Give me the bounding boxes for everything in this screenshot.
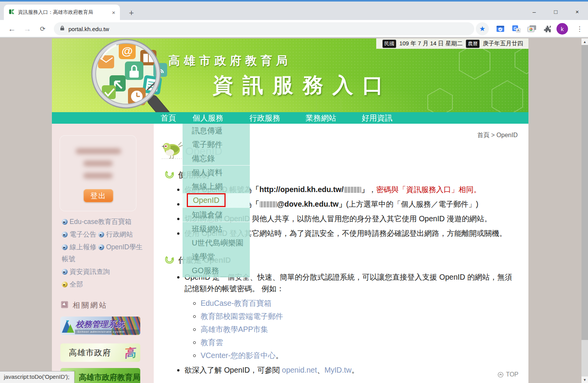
shield-extension-icon[interactable] <box>495 23 506 34</box>
arrow-bullet-icon <box>62 219 68 225</box>
arrow-bullet-icon <box>62 244 68 250</box>
school-admin-system-subtitle: School administrate system <box>75 330 139 334</box>
nav-business-sites[interactable]: 業務網站 <box>306 112 336 124</box>
kaohsiung-gov-label: 高雄市政府 <box>69 347 111 358</box>
window-controls: – □ × <box>523 3 588 20</box>
sidebar-link-educase[interactable]: Edu-case教育百寶箱 <box>70 218 131 225</box>
menu-item-u-generation[interactable]: U世代島嶼樂園 <box>183 236 250 250</box>
scroll-up-icon[interactable]: ▲ <box>581 38 588 45</box>
scroll-down-icon[interactable]: ▼ <box>581 376 588 383</box>
example-vcenter: VCenter-您的影音中心。 <box>201 350 514 361</box>
sidebar-link-all[interactable]: 全部 <box>70 280 83 288</box>
sidebar-links: Edu-case教育百寶箱 電子公告 行政網站 線上報修 OpenID學生帳號 … <box>62 216 143 291</box>
openid-more-info: 欲深入了解 OpenID，可參閱 openid.net、MyID.tw。 <box>184 364 514 376</box>
minimize-button[interactable]: – <box>523 3 545 20</box>
back-button[interactable]: ← <box>6 23 18 35</box>
edu-cloud-link[interactable]: 教育雲 <box>201 338 223 347</box>
sidebar-link-security-info[interactable]: 資安資訊查詢 <box>70 268 110 275</box>
blurred-user-info <box>83 173 113 179</box>
breadcrumb[interactable]: 首頁 > OpenID <box>477 131 518 139</box>
openid-description-list: OpenID 是一個安全、快速、簡單的分散式認證系統，可以讓您直接登入支援 Op… <box>176 271 514 379</box>
browser-menu-icon[interactable]: ⋮ <box>574 23 585 35</box>
menu-item-knowledge-base[interactable]: 知識倉儲 <box>183 208 250 222</box>
app-market-link[interactable]: 高雄市教學APP市集 <box>201 325 268 333</box>
login-status-box: 登出 <box>60 135 136 211</box>
blurred-user-name <box>76 148 121 154</box>
extensions-puzzle-icon[interactable] <box>542 23 553 34</box>
menu-item-wireless[interactable]: 無線上網 <box>183 179 250 193</box>
school-admin-system-label: 校務管理系統 <box>76 319 124 330</box>
menu-item-profile[interactable]: 個人資料 <box>183 166 250 179</box>
sidebar-link-ebulletin[interactable]: 電子公告 <box>70 230 96 238</box>
menu-item-go-service[interactable]: GO服務 <box>183 264 250 277</box>
org-title: 高雄市政府教育局 <box>168 53 291 69</box>
arrow-bullet-icon <box>62 269 68 275</box>
browser-toolbar: ← → ⟳ portal.kh.edu.tw ★ GA k ⋮ <box>0 20 588 38</box>
related-sites-label: 相關網站 <box>73 300 108 310</box>
status-bar-link-preview: javascript:toDo('OpenID'); <box>0 371 75 383</box>
menu-item-memo[interactable]: 備忘錄 <box>183 151 250 165</box>
maximize-button[interactable]: □ <box>545 3 566 20</box>
example-edu-cloud: 教育雲 <box>201 337 514 348</box>
lunar-date-text: 庚子年五月廿四 <box>483 40 523 47</box>
nav-useful-info[interactable]: 好用資訊 <box>362 112 392 124</box>
address-bar[interactable]: portal.kh.edu.tw <box>54 22 474 35</box>
new-tab-button[interactable]: + <box>126 8 137 19</box>
example-cloud-mail: 教育部校園雲端電子郵件 <box>201 310 514 322</box>
education-bureau-label: 高雄市政府教育局 <box>79 372 140 383</box>
top-arrow-icon <box>498 372 503 378</box>
nav-home[interactable]: 首頁 <box>161 112 176 124</box>
openid-net-link[interactable]: openid.net <box>282 366 317 374</box>
browser-window: 資訊服務入口：高雄市政府教育局 × + – □ × ← → ⟳ portal.k… <box>0 0 588 383</box>
section-bullet-icon <box>164 169 174 181</box>
top-label: TOP <box>506 371 518 378</box>
lunar-date-badge: 農曆 <box>466 40 480 48</box>
roc-date-text: 109 年 7 月 14 日 星期二 <box>399 40 463 47</box>
bookmark-star-icon[interactable]: ★ <box>476 22 489 35</box>
nav-personal-services[interactable]: 個人服務 <box>193 112 223 124</box>
nav-admin-services[interactable]: 行政服務 <box>249 112 280 124</box>
educase-link[interactable]: EduCase-教育百寶箱 <box>201 299 271 307</box>
magnifier-illustration: @ <box>86 38 213 112</box>
sidebar-link-admin-sites[interactable]: 行政網站 <box>106 230 133 238</box>
section-bullet-icon <box>164 254 174 266</box>
bird-mascot-icon <box>161 140 184 161</box>
kaohsiung-gov-logo: 高 <box>125 345 137 361</box>
url-text[interactable]: portal.kh.edu.tw <box>68 26 109 32</box>
openid-examples-list: EduCase-教育百寶箱 教育部校園雲端電子郵件 高雄市教學APP市集 教育雲… <box>184 297 514 361</box>
menu-item-daxuetang[interactable]: 達學堂 <box>183 250 250 264</box>
lock-icon <box>60 25 65 32</box>
close-button[interactable]: × <box>566 3 588 20</box>
profile-avatar[interactable]: k <box>556 23 568 35</box>
tab-title: 資訊服務入口：高雄市政府教育局 <box>18 9 109 16</box>
menu-item-email[interactable]: 電子郵件 <box>183 138 250 151</box>
openid-intro: OpenID 是一個安全、快速、簡單的分散式認證系統，可以讓您直接登入支援 Op… <box>184 271 514 361</box>
blurred-email-id <box>259 201 277 207</box>
vcenter-link[interactable]: VCenter-您的影音中心 <box>201 351 276 360</box>
arrow-bullet-icon <box>62 232 68 237</box>
menu-item-messaging[interactable]: 訊息傳遞 <box>183 124 250 138</box>
scrollbar-thumb[interactable] <box>581 45 588 340</box>
vertical-scrollbar[interactable]: ▲ ▼ <box>581 38 588 383</box>
menu-item-class-website[interactable]: 班級網站 <box>183 222 250 236</box>
school-admin-system-banner[interactable]: 校務管理系統 School administrate system <box>60 317 140 335</box>
translate-extension-icon[interactable]: GA <box>511 23 522 34</box>
tab-close-icon[interactable]: × <box>112 9 115 16</box>
blurred-account-id <box>344 187 361 193</box>
logout-button[interactable]: 登出 <box>83 189 113 202</box>
sidebar-link-repair[interactable]: 線上報修 <box>70 243 96 251</box>
tab-bar: 資訊服務入口：高雄市政府教育局 × + – □ × <box>0 2 588 20</box>
arrow-bullet-icon <box>98 232 104 237</box>
menu-item-openid[interactable]: OpenID <box>183 193 250 208</box>
screenshot-extension-icon[interactable] <box>527 23 537 34</box>
kaohsiung-gov-banner[interactable]: 高雄市政府 高 <box>60 343 140 362</box>
myid-tw-link[interactable]: MyID.tw <box>324 366 351 374</box>
back-to-top-link[interactable]: TOP <box>498 371 518 378</box>
active-tab[interactable]: 資訊服務入口：高雄市政府教育局 × <box>4 5 120 20</box>
openid-focus-box[interactable]: OpenID <box>187 193 226 207</box>
related-sites-header: 相關網站 <box>61 300 108 310</box>
date-bar: 民國 109 年 7 月 14 日 星期二 農曆 庚子年五月廿四 <box>376 38 528 49</box>
cloud-mail-link[interactable]: 教育部校園雲端電子郵件 <box>201 312 283 320</box>
school-admin-logo <box>61 318 75 333</box>
reload-button[interactable]: ⟳ <box>37 23 48 35</box>
